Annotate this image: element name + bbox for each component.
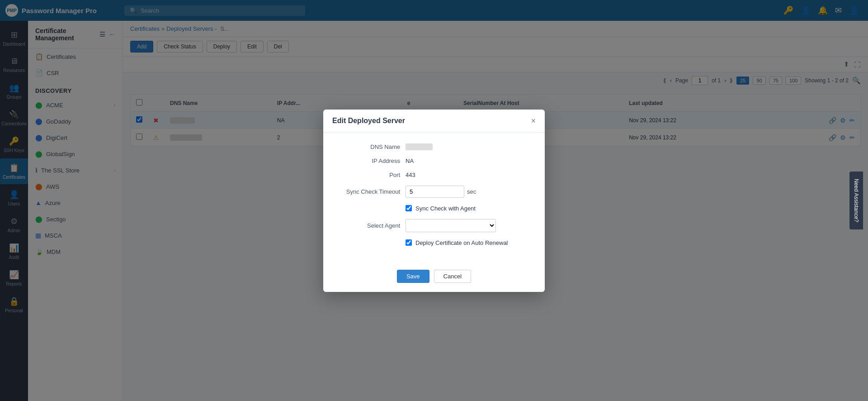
deploy-auto-row: Deploy Certificate on Auto Renewal bbox=[332, 239, 536, 246]
select-agent-dropdown[interactable] bbox=[406, 219, 496, 232]
ip-address-value: NA bbox=[406, 158, 414, 164]
need-assistance-tab[interactable]: Need Assistance? bbox=[849, 172, 863, 229]
save-button[interactable]: Save bbox=[397, 270, 429, 283]
modal-title: Edit Deployed Server bbox=[332, 117, 405, 125]
sync-timeout-row: Sync Check Timeout sec bbox=[332, 186, 536, 198]
sync-agent-row: Sync Check with Agent bbox=[332, 205, 536, 212]
sync-agent-label: Sync Check with Agent bbox=[415, 205, 476, 212]
ip-address-label: IP Address bbox=[332, 158, 400, 164]
sync-timeout-suffix: sec bbox=[467, 188, 476, 195]
cancel-button[interactable]: Cancel bbox=[434, 270, 471, 283]
port-value: 443 bbox=[406, 172, 415, 178]
sync-agent-checkbox[interactable] bbox=[406, 205, 412, 211]
port-label: Port bbox=[332, 172, 400, 178]
edit-deployed-server-modal: Edit Deployed Server × DNS Name ••••••••… bbox=[323, 110, 545, 292]
modal-footer: Save Cancel bbox=[323, 264, 545, 292]
deploy-auto-label: Deploy Certificate on Auto Renewal bbox=[415, 239, 508, 246]
modal-overlay: Edit Deployed Server × DNS Name ••••••••… bbox=[0, 0, 868, 401]
sync-timeout-input-group: sec bbox=[406, 186, 476, 198]
select-agent-label: Select Agent bbox=[332, 222, 400, 229]
modal-header: Edit Deployed Server × bbox=[323, 110, 545, 133]
port-row: Port 443 bbox=[332, 172, 536, 178]
sync-timeout-label: Sync Check Timeout bbox=[332, 188, 400, 195]
modal-close-button[interactable]: × bbox=[531, 117, 536, 125]
select-agent-row: Select Agent bbox=[332, 219, 536, 232]
dns-name-value: ••••••••••.m bbox=[406, 143, 433, 150]
dns-name-label: DNS Name bbox=[332, 143, 400, 150]
sync-timeout-input[interactable] bbox=[406, 186, 464, 198]
deploy-auto-checkbox[interactable] bbox=[406, 239, 412, 246]
need-assistance-label: Need Assistance? bbox=[853, 179, 859, 222]
modal-body: DNS Name ••••••••••.m IP Address NA Port… bbox=[323, 133, 545, 264]
ip-address-row: IP Address NA bbox=[332, 158, 536, 164]
dns-name-row: DNS Name ••••••••••.m bbox=[332, 143, 536, 150]
